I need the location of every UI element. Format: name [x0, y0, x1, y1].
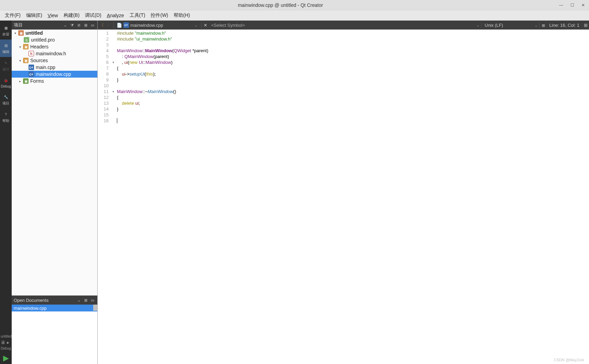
mode-welcome[interactable]: ▦ 欢迎 [0, 22, 12, 39]
nav-back-button[interactable]: 〈 [98, 21, 105, 29]
split-editor-button[interactable]: ⊞ [582, 23, 589, 28]
line-ending-selector[interactable]: Unix (LF) [482, 23, 534, 28]
kit-selector[interactable]: untitled 🖥 ▸ Debug [0, 332, 12, 352]
cpp-file-icon: c+ [29, 65, 34, 70]
project-tree: ▾ ▣ untitled q untitled.pro ▾ ▣ Headers … [12, 30, 97, 295]
close-button[interactable]: ✕ [580, 2, 586, 8]
chevron-down-icon[interactable]: ⌄ [62, 22, 68, 28]
linecol-icon: ≣ [540, 23, 547, 28]
split-icon: ⊞ [584, 23, 588, 28]
menu-debug[interactable]: 调试(D) [82, 11, 104, 20]
maximize-button[interactable]: ☐ [569, 2, 575, 8]
chevron-down-icon[interactable]: ⌄ [194, 23, 198, 27]
separator [113, 22, 114, 28]
mode-projects[interactable]: 🔧 项目 [0, 91, 12, 109]
play-icon: ▶ [3, 354, 9, 363]
mode-help[interactable]: ? 帮助 [0, 109, 12, 126]
tree-headers-folder[interactable]: ▾ ▣ Headers [12, 43, 97, 50]
projects-panel-header: 项目 ⌄ ⧩ ⊘ ⊞ ▭ [12, 21, 97, 30]
chevron-down-icon[interactable]: ▾ [18, 59, 22, 62]
edit-icon: ▤ [3, 42, 9, 48]
pencil-icon: ✎ [3, 60, 9, 66]
folder-icon: ▣ [23, 58, 29, 63]
tree-source-main[interactable]: c+ main.cpp [12, 64, 97, 71]
mode-edit[interactable]: ▤ 编辑 [0, 39, 12, 57]
open-docs-header: Open Documents ⌄ ⊞ ▭ [12, 296, 97, 305]
code-content[interactable]: #include "mainwindow.h"#include "ui_main… [116, 30, 589, 364]
editor-toolbar: 〈 〉 📄 c+ mainwindow.cpp ⌄ ✕ <Select Symb… [98, 21, 589, 30]
file-crumb[interactable]: 📄 c+ mainwindow.cpp ⌄ [114, 22, 200, 28]
chevron-down-icon[interactable]: ⌄ [476, 23, 480, 27]
mode-debug[interactable]: 🐞 Debug [0, 75, 12, 91]
menu-analyze[interactable]: Analyze [104, 12, 127, 19]
menu-file[interactable]: 文件(F) [2, 11, 23, 20]
menu-view[interactable]: View [45, 12, 61, 19]
tree-sources-folder[interactable]: ▾ ▣ Sources [12, 57, 97, 64]
folder-icon: ▣ [23, 78, 29, 84]
file-crumb-label: mainwindow.cpp [130, 23, 163, 28]
scrollbar[interactable] [93, 305, 97, 311]
chevron-down-icon[interactable]: ⌄ [534, 23, 538, 27]
header-file-icon: h [29, 51, 34, 56]
split-icon[interactable]: ⊞ [83, 22, 88, 28]
wrench-icon: 🔧 [3, 94, 9, 100]
watermark: CSDN @MayZork [554, 358, 584, 362]
folder-icon: ▣ [23, 44, 29, 49]
kit-config: Debug [1, 346, 11, 350]
menu-build[interactable]: 构建(B) [61, 11, 83, 20]
editor-area: 〈 〉 📄 c+ mainwindow.cpp ⌄ ✕ <Select Symb… [98, 21, 589, 364]
link-icon[interactable]: ⊘ [76, 22, 81, 28]
window-controls: — ☐ ✕ [558, 2, 586, 8]
cpp-file-icon: c+ [123, 22, 129, 28]
menubar: 文件(F) 编辑(E) View 构建(B) 调试(D) Analyze 工具(… [0, 10, 589, 21]
pro-file-icon: q [24, 37, 29, 43]
close-icon: ✕ [204, 23, 207, 28]
menu-edit[interactable]: 编辑(E) [23, 11, 45, 20]
split-icon[interactable]: ⊞ [83, 297, 88, 303]
close-panel-icon[interactable]: ▭ [90, 22, 95, 28]
mode-design[interactable]: ✎ 设计 [0, 57, 12, 75]
projects-panel-title: 项目 [14, 22, 61, 28]
tree-header-file[interactable]: h mainwindow.h [12, 50, 97, 57]
window-title: mainwindow.cpp @ untitled - Qt Creator [3, 2, 558, 8]
symbol-selector[interactable]: <Select Symbol> [208, 23, 476, 28]
tree-source-mainwindow[interactable]: c+ mainwindow.cpp [12, 71, 97, 78]
line-col-indicator[interactable]: Line: 16, Col: 1 [547, 23, 582, 28]
grid-icon: ▦ [3, 25, 9, 31]
filter-icon[interactable]: ⧩ [69, 22, 75, 28]
fold-gutter[interactable]: ▾ ▾ [111, 30, 116, 364]
tree-forms-folder[interactable]: ▸ ▣ Forms [12, 78, 97, 84]
chevron-right-icon[interactable]: ▸ [18, 79, 22, 83]
monitor-icon: 🖥 ▸ [1, 340, 9, 345]
project-icon: ▣ [18, 30, 24, 36]
chevron-down-icon[interactable]: ▾ [13, 31, 17, 35]
menu-tools[interactable]: 工具(T) [127, 11, 148, 20]
open-docs-list: mainwindow.cpp [12, 305, 97, 364]
help-icon: ? [3, 111, 9, 117]
separator [481, 22, 481, 28]
close-tab-button[interactable]: ✕ [202, 23, 208, 28]
minimize-button[interactable]: — [558, 2, 564, 8]
chevron-down-icon[interactable]: ▾ [18, 45, 22, 49]
file-type-icon: 📄 [117, 23, 122, 28]
kit-project: untitled [1, 334, 12, 338]
nav-forward-button[interactable]: 〉 [105, 21, 113, 29]
menu-widgets[interactable]: 控件(W) [148, 11, 171, 20]
open-documents-panel: Open Documents ⌄ ⊞ ▭ mainwindow.cpp [12, 295, 97, 364]
cpp-file-icon: c+ [29, 71, 34, 77]
chevron-down-icon[interactable]: ⌄ [76, 297, 81, 303]
titlebar: mainwindow.cpp @ untitled - Qt Creator —… [0, 0, 589, 10]
tree-project-root[interactable]: ▾ ▣ untitled [12, 30, 97, 36]
tree-pro-file[interactable]: q untitled.pro [12, 36, 97, 43]
open-docs-title: Open Documents [14, 298, 75, 303]
separator [201, 22, 201, 28]
code-editor[interactable]: 12345678910111213141516 ▾ ▾ #include "ma… [98, 30, 589, 364]
separator [539, 22, 539, 28]
close-panel-icon[interactable]: ▭ [90, 297, 95, 303]
line-number-gutter: 12345678910111213141516 [98, 30, 111, 364]
run-button[interactable]: ▶ [0, 352, 12, 364]
chevron-right-icon: 〉 [107, 22, 111, 28]
chevron-left-icon: 〈 [99, 22, 104, 28]
open-doc-item[interactable]: mainwindow.cpp [12, 305, 97, 311]
menu-help[interactable]: 帮助(H) [171, 11, 193, 20]
